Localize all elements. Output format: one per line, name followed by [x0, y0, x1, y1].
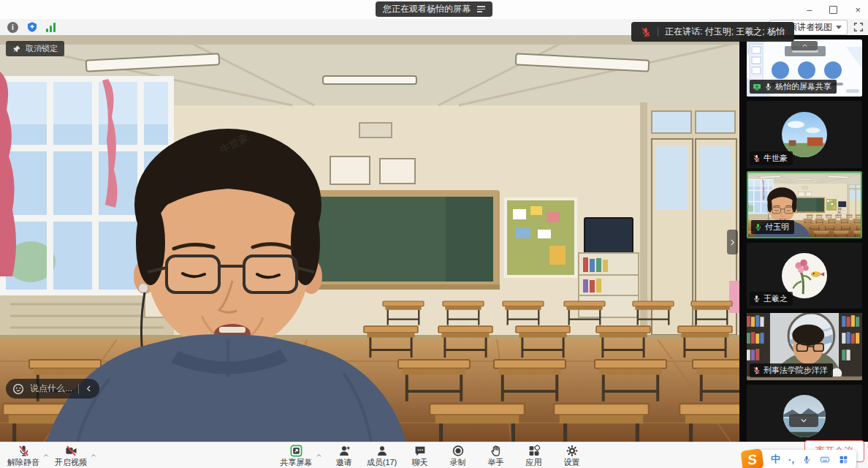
- participant-tile[interactable]: 刑事法学院步洋洋: [747, 313, 862, 380]
- maximize-button[interactable]: [829, 6, 837, 14]
- banner-menu-icon[interactable]: [477, 6, 485, 12]
- members-icon: [376, 445, 388, 457]
- chevron-up-icon: [801, 42, 809, 49]
- mic-icon: [764, 83, 772, 91]
- settings-gear-icon: [566, 445, 578, 457]
- ime-keyboard-icon[interactable]: [819, 455, 831, 464]
- mic-muted-icon: [753, 154, 761, 162]
- participant-name: 牛世豪: [764, 153, 788, 164]
- participants-sidebar: 杨怡的屏幕共享 牛世豪 付玉明 王羲之: [739, 35, 868, 442]
- shield-icon[interactable]: [26, 21, 38, 33]
- screen-share-icon: [753, 83, 761, 91]
- mic-muted-icon: [641, 27, 651, 37]
- apps-button[interactable]: 应用: [515, 442, 553, 467]
- members-button[interactable]: 成员(17): [363, 442, 401, 467]
- invite-button[interactable]: 邀请: [325, 442, 363, 467]
- audio-options-chevron[interactable]: [42, 442, 52, 461]
- speaking-toast-text: 正在讲话: 付玉明; 王羲之; 杨怡: [665, 26, 785, 38]
- participant-name: 刑事法学院步洋洋: [764, 365, 828, 376]
- invite-icon: [338, 445, 350, 457]
- share-tile-label: 杨怡的屏幕共享: [750, 80, 837, 94]
- view-mode-label: 演讲者视图: [788, 21, 832, 34]
- share-screen-icon: [290, 445, 303, 457]
- ime-toolbar: S 中 ·,: [751, 450, 856, 468]
- ime-language-toggle[interactable]: 中: [771, 453, 780, 466]
- record-button[interactable]: 录制: [439, 442, 477, 467]
- close-button[interactable]: ×: [855, 5, 861, 15]
- watching-screen-banner: 您正在观看杨怡的屏幕: [376, 1, 492, 17]
- participant-name: 付玉明: [765, 222, 789, 233]
- collapse-chat-icon[interactable]: [85, 385, 93, 393]
- unpin-button[interactable]: 取消锁定: [6, 41, 64, 56]
- ime-logo-icon[interactable]: S: [741, 448, 764, 468]
- mic-icon: [753, 295, 761, 303]
- meeting-info-icon[interactable]: i: [7, 22, 18, 33]
- bottom-toolbar: 解除静音 开启视频 共享屏幕: [0, 442, 868, 468]
- chevron-down-icon: [799, 417, 808, 424]
- participant-tile[interactable]: 牛世豪: [747, 101, 862, 168]
- chat-icon: [414, 445, 426, 457]
- chevron-down-icon: [836, 26, 842, 29]
- mic-muted-icon: [18, 445, 30, 457]
- emoji-icon[interactable]: [12, 383, 24, 395]
- unpin-label: 取消锁定: [26, 43, 58, 54]
- ime-voice-icon[interactable]: [802, 455, 811, 464]
- speaker-video-feed: [0, 35, 739, 442]
- apps-icon: [528, 445, 540, 457]
- raise-hand-button[interactable]: 举手: [477, 442, 515, 467]
- quick-chat-input[interactable]: 说点什么...: [6, 379, 99, 399]
- mic-muted-icon: [753, 366, 761, 374]
- ime-punctuation-toggle[interactable]: ·,: [788, 454, 794, 465]
- avatar: [782, 112, 827, 157]
- sidebar-toggle-button[interactable]: [727, 230, 738, 254]
- network-signal-icon[interactable]: [46, 23, 56, 32]
- minimize-button[interactable]: –: [807, 5, 812, 15]
- share-screen-button[interactable]: 共享屏幕: [278, 442, 316, 467]
- share-tile-text: 杨怡的屏幕共享: [775, 81, 831, 92]
- main-video-stage: 牛世豪 牛世豪 取消锁定 说点什么...: [0, 35, 739, 442]
- record-icon: [452, 445, 464, 457]
- speaking-toast: 正在讲话: 付玉明; 王羲之; 杨怡: [631, 22, 794, 42]
- meeting-window: 您正在观看杨怡的屏幕 – × i 56 演讲者视图: [0, 0, 868, 468]
- raise-hand-icon: [490, 445, 502, 457]
- share-options-chevron[interactable]: [316, 442, 325, 461]
- settings-button[interactable]: 设置: [553, 442, 591, 467]
- mic-speaking-icon: [754, 223, 762, 231]
- collapse-thumbnails-button[interactable]: [791, 41, 818, 50]
- watching-screen-text: 您正在观看杨怡的屏幕: [383, 3, 471, 15]
- chat-placeholder: 说点什么...: [30, 382, 72, 395]
- pin-icon: [12, 45, 21, 53]
- window-controls: – ×: [807, 0, 861, 19]
- video-options-chevron[interactable]: [90, 442, 99, 461]
- unmute-button[interactable]: 解除静音: [4, 442, 42, 467]
- start-video-button[interactable]: 开启视频: [52, 442, 90, 467]
- participant-name: 王羲之: [764, 293, 788, 304]
- chevron-right-icon: [728, 238, 736, 246]
- participant-tile[interactable]: [747, 385, 862, 442]
- chat-button[interactable]: 聊天: [401, 442, 439, 467]
- fullscreen-button[interactable]: [853, 21, 864, 33]
- participant-tile-active[interactable]: 付玉明: [747, 171, 862, 238]
- screen-share-tile[interactable]: 杨怡的屏幕共享: [747, 39, 862, 97]
- titlebar: 您正在观看杨怡的屏幕 – ×: [0, 0, 868, 19]
- camera-off-icon: [64, 445, 78, 457]
- participant-tile[interactable]: 王羲之: [747, 243, 862, 309]
- scroll-participants-button[interactable]: [789, 414, 818, 427]
- ime-toolbox-icon[interactable]: [839, 455, 848, 464]
